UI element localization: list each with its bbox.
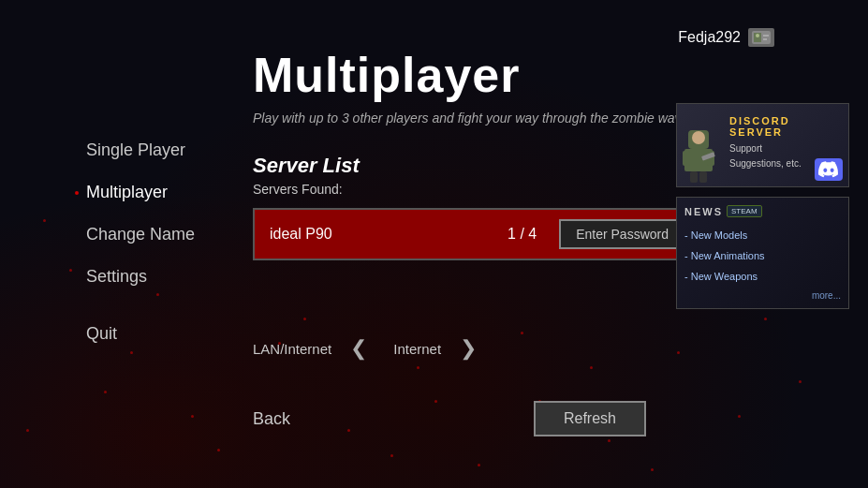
server-row: ideal P90 1 / 4 Enter Password [253,208,702,260]
svg-rect-3 [763,35,769,37]
sidebar-item-settings[interactable]: Settings [75,267,195,287]
news-box: NEWS STEAM New Models New Animations New… [676,197,849,309]
sidebar-item-multiplayer[interactable]: Multiplayer [75,183,195,202]
page-title: Multiplayer [253,47,702,103]
server-name: ideal P90 [270,226,508,243]
page-subtitle: Play with up to 3 other players and figh… [253,111,702,126]
right-panel: DISCORD SERVER Support Suggestions, etc.… [676,103,849,309]
server-list-title: Server List [253,154,702,178]
news-items: New Models New Animations New Weapons [684,225,841,287]
discord-header: DISCORD SERVER [729,115,841,138]
svg-rect-10 [690,171,698,183]
svg-rect-11 [699,171,707,183]
sidebar-item-change-name[interactable]: Change Name [75,225,195,244]
svg-point-2 [756,34,759,37]
discord-logo-icon [815,158,843,181]
sidebar-item-single-player[interactable]: Single Player [75,140,195,160]
back-button[interactable]: Back [253,401,290,436]
discord-soldier-icon [681,128,716,183]
news-title: NEWS [684,206,723,217]
user-avatar-icon [748,28,774,47]
svg-rect-8 [683,151,690,166]
lan-label: LAN/Internet [253,341,331,357]
prev-network-button[interactable]: ❮ [343,333,375,364]
refresh-button[interactable]: Refresh [534,401,646,436]
news-item-1: New Models [684,225,841,245]
news-item-2: New Animations [684,245,841,266]
servers-found-label: Servers Found: [253,182,702,197]
next-network-button[interactable]: ❯ [452,333,484,364]
main-content: Multiplayer Play with up to 3 other play… [253,47,702,268]
lan-internet-section: LAN/Internet ❮ Internet ❯ [253,333,484,364]
sidebar-item-quit[interactable]: Quit [75,324,195,344]
steam-badge: STEAM [727,205,762,217]
user-display: Fedja292 [678,28,774,47]
news-item-3: New Weapons [684,266,841,287]
network-mode-label: Internet [393,341,441,357]
news-more[interactable]: more... [684,290,841,301]
svg-point-6 [692,131,705,144]
discord-box[interactable]: DISCORD SERVER Support Suggestions, etc. [676,103,849,187]
bottom-buttons: Back Refresh [253,401,646,436]
enter-password-button[interactable]: Enter Password [559,219,685,249]
username: Fedja292 [678,29,741,46]
news-header: NEWS STEAM [684,205,841,217]
svg-rect-4 [763,38,767,40]
sidebar: Single Player Multiplayer Change Name Se… [75,140,195,366]
server-slots: 1 / 4 [508,226,537,243]
